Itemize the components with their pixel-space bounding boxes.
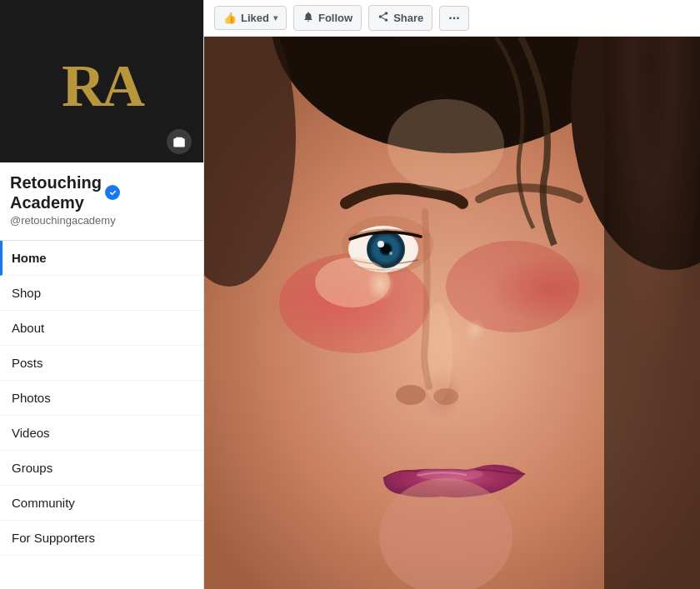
sidebar-item-for-supporters[interactable]: For Supporters — [0, 521, 203, 556]
sidebar-item-shop[interactable]: Shop — [0, 276, 203, 311]
share-icon — [378, 11, 389, 25]
svg-point-22 — [396, 385, 426, 405]
page-wrapper: RA Retouching Academy — [0, 0, 700, 589]
sidebar-item-community[interactable]: Community — [0, 486, 203, 521]
thumbs-up-icon: 👍 — [223, 12, 237, 24]
svg-point-0 — [105, 185, 120, 200]
sidebar-item-posts[interactable]: Posts — [0, 346, 203, 381]
follow-button[interactable]: Follow — [293, 5, 362, 31]
svg-point-27 — [315, 257, 390, 307]
portrait-image — [204, 37, 700, 589]
share-label: Share — [393, 12, 423, 24]
profile-info: Retouching Academy @retouchingacademy — [0, 162, 203, 233]
liked-label: Liked — [241, 12, 269, 24]
svg-point-23 — [433, 388, 458, 405]
svg-point-26 — [388, 99, 504, 191]
sidebar-item-about[interactable]: About — [0, 311, 203, 346]
bell-icon — [302, 11, 314, 25]
liked-chevron-icon: ▾ — [273, 13, 278, 22]
svg-point-20 — [378, 241, 384, 247]
sidebar-item-photos[interactable]: Photos — [0, 381, 203, 416]
sidebar-item-videos[interactable]: Videos — [0, 416, 203, 451]
nav-list: Home Shop About Posts Photos Videos Grou… — [0, 241, 203, 556]
profile-name: Retouching Academy — [10, 172, 193, 212]
verified-badge — [105, 185, 120, 200]
edit-profile-photo-button[interactable] — [167, 129, 192, 154]
cover-photo — [204, 37, 700, 589]
main-content: 👍 Liked ▾ Follow Share — [204, 0, 700, 589]
sidebar: RA Retouching Academy — [0, 0, 204, 589]
profile-handle: @retouchingacademy — [10, 214, 193, 227]
svg-point-21 — [389, 252, 392, 255]
action-bar: 👍 Liked ▾ Follow Share — [204, 0, 700, 37]
follow-label: Follow — [318, 12, 352, 24]
camera-icon — [172, 134, 187, 149]
profile-name-text: Retouching Academy — [10, 172, 102, 212]
svg-rect-28 — [604, 37, 700, 589]
liked-button[interactable]: 👍 Liked ▾ — [214, 6, 287, 30]
sidebar-nav: Home Shop About Posts Photos Videos Grou… — [0, 241, 203, 556]
more-options-button[interactable]: ··· — [439, 6, 468, 31]
sidebar-item-groups[interactable]: Groups — [0, 451, 203, 486]
profile-logo: RA — [62, 47, 142, 116]
share-button[interactable]: Share — [368, 5, 432, 31]
verified-icon — [105, 185, 120, 200]
sidebar-item-home[interactable]: Home — [0, 241, 203, 276]
more-icon: ··· — [448, 11, 459, 25]
svg-point-12 — [429, 282, 512, 374]
profile-image-container[interactable]: RA — [0, 0, 203, 162]
